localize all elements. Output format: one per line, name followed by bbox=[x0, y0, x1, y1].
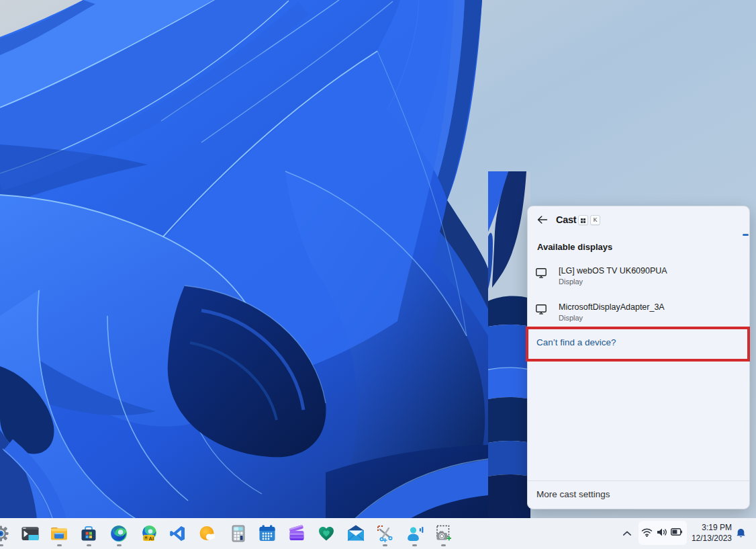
svg-text:AI: AI bbox=[149, 536, 154, 542]
